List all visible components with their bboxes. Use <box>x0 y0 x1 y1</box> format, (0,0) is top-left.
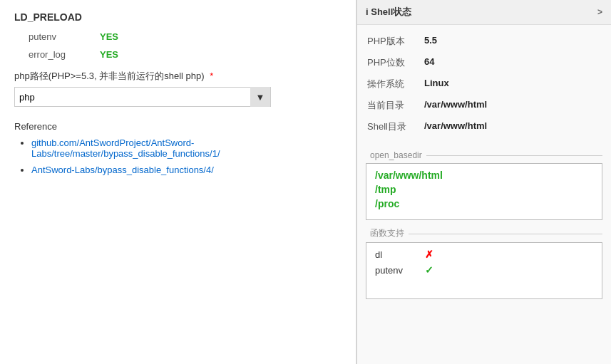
right-panel-header: i Shell状态 > <box>357 0 611 25</box>
info-key-os: 操作系统 <box>367 78 424 90</box>
basedir-box: /var/www/html /tmp /proc <box>366 163 602 220</box>
info-val-os: Linux <box>424 78 601 88</box>
php-path-select-wrapper[interactable]: php ▼ <box>14 87 271 107</box>
info-val-php-version: 5.5 <box>424 35 601 46</box>
info-val-cwd: /var/www/html <box>424 99 601 110</box>
info-key-shell-dir: Shell目录 <box>367 120 424 133</box>
func-check-icon: ✓ <box>425 264 433 276</box>
func-box: dl ✗ putenv ✓ <box>366 242 602 299</box>
reference-link-2[interactable]: AntSword-Labs/bypass_disable_functions/4… <box>31 165 214 175</box>
func-cross-icon: ✗ <box>425 249 433 260</box>
prop-label-error-log: error_log <box>29 49 100 60</box>
info-key-php-bits: PHP位数 <box>367 56 424 69</box>
open-basedir-label: open_basedir <box>366 150 426 160</box>
info-row-php-version: PHP版本 5.5 <box>357 31 611 52</box>
info-table: PHP版本 5.5 PHP位数 64 操作系统 Linux 当前目录 /var/… <box>357 25 611 143</box>
prop-value-putenv: YES <box>100 31 118 42</box>
func-support-title-row: 函数支持 <box>366 227 602 239</box>
basedir-item-3: /proc <box>375 198 593 209</box>
section-title: LD_PRELOAD <box>14 11 342 23</box>
info-row-cwd: 当前目录 /var/www/html <box>357 95 611 116</box>
prop-value-error-log: YES <box>100 49 118 60</box>
reference-list: github.com/AntSwordProject/AntSword-Labs… <box>14 137 342 175</box>
func-support-label: 函数支持 <box>366 227 409 239</box>
prop-row-putenv: putenv YES <box>14 31 342 42</box>
right-panel: i Shell状态 > PHP版本 5.5 PHP位数 64 操作系统 Linu… <box>356 0 611 364</box>
select-arrow-icon[interactable]: ▼ <box>250 87 270 107</box>
info-key-php-version: PHP版本 <box>367 35 424 48</box>
info-val-php-bits: 64 <box>424 56 601 67</box>
basedir-item-2: /tmp <box>375 184 593 195</box>
php-path-select[interactable]: php <box>15 88 250 106</box>
php-path-section: php路径(PHP>=5.3, 并非当前运行的shell php) * php … <box>14 70 342 107</box>
info-row-php-bits: PHP位数 64 <box>357 52 611 73</box>
right-panel-title: i Shell状态 <box>366 6 411 19</box>
list-item: github.com/AntSwordProject/AntSword-Labs… <box>31 137 342 159</box>
reference-title: Reference <box>14 121 342 132</box>
func-name-dl: dl <box>375 249 425 260</box>
left-panel: LD_PRELOAD putenv YES error_log YES php路… <box>0 0 356 364</box>
func-row-dl: dl ✗ <box>375 249 593 260</box>
func-row-putenv: putenv ✓ <box>375 264 593 276</box>
list-item: AntSword-Labs/bypass_disable_functions/4… <box>31 165 342 175</box>
info-val-shell-dir: /var/www/html <box>424 120 601 131</box>
open-basedir-title-row: open_basedir <box>366 150 602 160</box>
required-star: * <box>210 71 213 81</box>
func-name-putenv: putenv <box>375 265 425 276</box>
reference-link-1[interactable]: github.com/AntSwordProject/AntSword-Labs… <box>31 137 220 159</box>
php-path-label: php路径(PHP>=5.3, 并非当前运行的shell php) * <box>14 70 342 83</box>
reference-section: Reference github.com/AntSwordProject/Ant… <box>14 121 342 175</box>
prop-row-error-log: error_log YES <box>14 49 342 60</box>
info-row-os: 操作系统 Linux <box>357 73 611 95</box>
chevron-right-icon: > <box>597 7 602 17</box>
info-row-shell-dir: Shell目录 /var/www/html <box>357 116 611 137</box>
basedir-item-1: /var/www/html <box>375 170 593 181</box>
prop-label-putenv: putenv <box>29 31 100 42</box>
info-key-cwd: 当前目录 <box>367 99 424 112</box>
